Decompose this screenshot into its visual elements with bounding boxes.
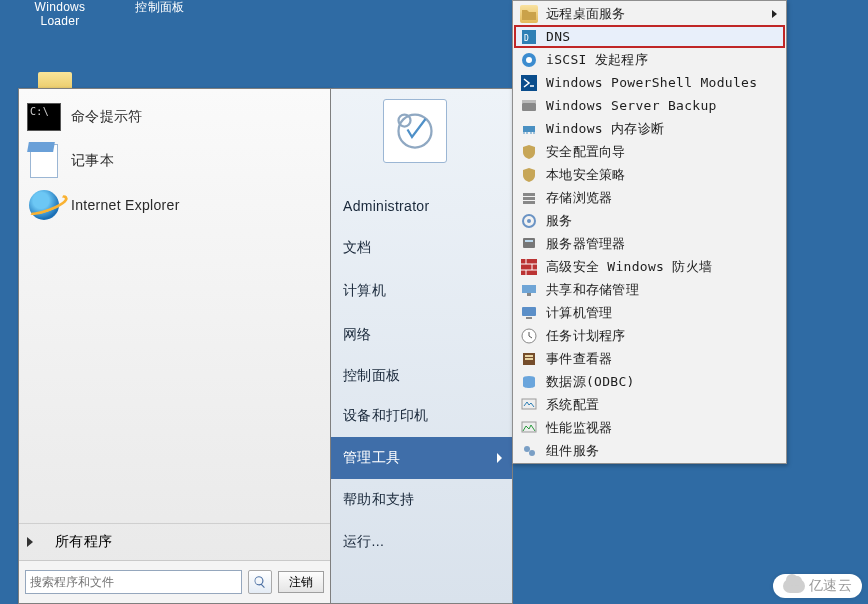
watermark: 亿速云 [773,574,862,598]
svg-rect-27 [522,399,536,409]
svg-rect-21 [526,317,532,319]
admin-tools-item-folder[interactable]: 远程桌面服务 [514,2,785,25]
start-right-label: 控制面板 [343,367,400,385]
svg-point-1 [399,115,411,127]
svg-rect-12 [523,201,535,204]
submenu-item-label: 安全配置向导 [546,143,626,161]
start-right-label: 帮助和支持 [343,491,415,509]
submenu-item-label: 服务 [546,212,573,230]
mem-icon [520,120,538,138]
pinned-notepad[interactable]: 记事本 [23,139,326,183]
pinned-cmd[interactable]: 命令提示符 [23,95,326,139]
admin-tools-item-srvmgr[interactable]: 服务器管理器 [514,232,785,255]
all-programs[interactable]: 所有程序 [19,523,330,560]
search-input[interactable] [25,570,242,594]
start-right-item-0[interactable]: 文档 [331,227,512,269]
submenu-item-label: Windows PowerShell Modules [546,75,757,90]
event-icon [520,350,538,368]
iscsi-icon [520,51,538,69]
admin-tools-item-msconfig[interactable]: 系统配置 [514,393,785,416]
admin-tools-item-tasksch[interactable]: 任务计划程序 [514,324,785,347]
desktop-icon-windows-loader[interactable]: Windows Loader [20,0,100,28]
desktop-icon-control-panel[interactable]: 控制面板 [120,0,200,14]
admin-tools-item-secw[interactable]: 安全配置向导 [514,140,785,163]
admin-tools-item-secp[interactable]: 本地安全策略 [514,163,785,186]
start-right-item-1[interactable]: 计算机 [331,269,512,313]
admin-tools-item-ps[interactable]: Windows PowerShell Modules [514,71,785,94]
desktop-icon-label: 控制面板 [120,0,200,14]
admin-tools-item-storage[interactable]: 存储浏览器 [514,186,785,209]
submenu-item-label: 高级安全 Windows 防火墙 [546,258,712,276]
admin-tools-item-compmgmt[interactable]: 计算机管理 [514,301,785,324]
start-right-label: 网络 [343,326,372,344]
user-picture-icon [383,99,447,163]
svg-rect-28 [522,422,536,432]
start-right-item-5[interactable]: 管理工具 [331,437,512,479]
notepad-icon [27,144,61,178]
pinned-ie[interactable]: Internet Explorer [23,183,326,227]
admin-tools-item-backup[interactable]: Windows Server Backup [514,94,785,117]
admin-tools-item-mem[interactable]: Windows 内存诊断 [514,117,785,140]
start-right-label: 运行... [343,533,384,551]
perf-icon [520,419,538,437]
start-right-label: 计算机 [343,282,386,300]
svg-rect-16 [525,240,533,242]
secw-icon [520,143,538,161]
user-name-label: Administrator [343,198,429,214]
svg-point-0 [399,115,432,148]
start-right-item-user[interactable]: Administrator [331,185,512,227]
submenu-item-label: Windows Server Backup [546,98,717,113]
svg-point-30 [529,450,535,456]
admin-tools-item-dns[interactable]: DDNS [514,25,785,48]
shutdown-button[interactable]: 注销 [278,571,324,593]
admin-tools-item-event[interactable]: 事件查看器 [514,347,785,370]
submenu-item-label: 计算机管理 [546,304,613,322]
admin-tools-item-iscsi[interactable]: iSCSI 发起程序 [514,48,785,71]
start-menu-left-panel: 命令提示符 记事本 Internet Explorer 所有程序 注销 [18,88,331,604]
start-right-item-3[interactable]: 控制面板 [331,357,512,395]
svg-point-14 [527,219,531,223]
submenu-item-label: 数据源(ODBC) [546,373,635,391]
admin-tools-item-odbc[interactable]: 数据源(ODBC) [514,370,785,393]
svg-rect-17 [521,259,537,275]
all-programs-label: 所有程序 [55,533,112,551]
pinned-label: Internet Explorer [71,197,180,213]
firewall-icon [520,258,538,276]
svg-rect-20 [522,307,536,316]
submenu-item-label: 事件查看器 [546,350,613,368]
start-right-item-6[interactable]: 帮助和支持 [331,479,512,521]
odbc-icon [520,373,538,391]
cloud-icon [783,579,805,593]
storage-icon [520,189,538,207]
backup-icon [520,97,538,115]
submenu-item-label: 存储浏览器 [546,189,613,207]
start-right-item-2[interactable]: 网络 [331,313,512,357]
start-search-bar: 注销 [19,560,330,603]
submenu-item-label: 共享和存储管理 [546,281,639,299]
ps-icon [520,74,538,92]
start-right-label: 管理工具 [343,449,400,467]
submenu-arrow-icon [497,453,502,463]
submenu-item-label: 远程桌面服务 [546,5,626,23]
watermark-text: 亿速云 [809,577,852,595]
pinned-programs-list: 命令提示符 记事本 Internet Explorer [19,89,330,231]
svg-point-5 [526,57,532,63]
svg-rect-15 [523,238,535,248]
dns-icon: D [520,28,538,46]
search-icon[interactable] [248,570,272,594]
secp-icon [520,166,538,184]
admin-tools-item-share[interactable]: 共享和存储管理 [514,278,785,301]
svg-rect-24 [525,355,533,357]
start-right-label: 文档 [343,239,372,257]
start-right-item-4[interactable]: 设备和打印机 [331,395,512,437]
admin-tools-item-firewall[interactable]: 高级安全 Windows 防火墙 [514,255,785,278]
start-right-item-7[interactable]: 运行... [331,521,512,563]
submenu-item-label: DNS [546,29,570,44]
srvmgr-icon [520,235,538,253]
comp-icon [520,442,538,460]
admin-tools-item-services[interactable]: 服务 [514,209,785,232]
admin-tools-item-comp[interactable]: 组件服务 [514,439,785,462]
pinned-label: 命令提示符 [71,108,143,126]
ie-icon [27,188,61,222]
admin-tools-item-perf[interactable]: 性能监视器 [514,416,785,439]
